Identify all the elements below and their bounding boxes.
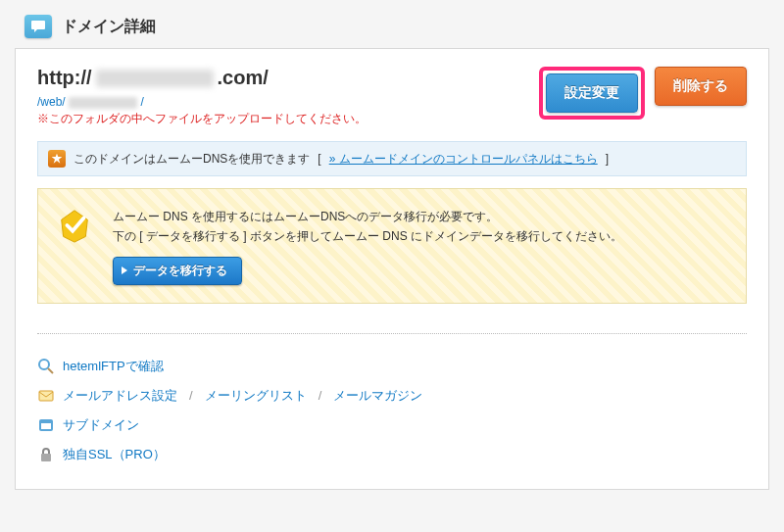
domain-detail-panel: http:// .com/ /web/ / ※このフォルダの中へファイルをアップ… [15,48,769,490]
dns-link-prefix: [ [318,152,320,166]
svg-rect-5 [41,423,51,429]
url-suffix: .com/ [218,67,269,89]
mailing-list-link[interactable]: メーリングリスト [205,387,307,405]
web-path-prefix: /web/ [37,95,66,109]
dns-link-suffix: ] [606,152,609,166]
web-path-suffix: / [140,95,143,109]
migrate-text: ムームー DNS を使用するにはムームーDNSへのデータ移行が必要です。 下の … [113,207,622,285]
ssl-link[interactable]: 独自SSL（PRO） [63,446,166,463]
migrate-box: ムームー DNS を使用するにはムームーDNSへのデータ移行が必要です。 下の … [37,188,747,304]
redacted-domain [96,70,214,87]
redacted-path [69,97,137,109]
migrate-button-label: データを移行する [133,263,227,279]
separator: / [189,388,193,403]
speech-bubble-icon [24,15,52,38]
list-item: サブドメイン [37,411,747,440]
heteml-ftp-link[interactable]: hetemlFTPで確認 [63,358,164,375]
delete-button[interactable]: 削除する [655,67,747,106]
list-item: 独自SSL（PRO） [37,440,747,469]
svg-line-2 [48,368,53,373]
envelope-icon [37,387,55,405]
highlight-frame: 設定変更 [539,67,645,120]
list-item: hetemlFTPで確認 [37,352,747,381]
mail-magazine-link[interactable]: メールマガジン [333,387,422,405]
star-icon [48,150,66,168]
subdomain-link[interactable]: サブドメイン [63,416,139,434]
change-settings-button[interactable]: 設定変更 [546,73,638,113]
separator: / [318,388,322,403]
dns-info-bar: このドメインはムームーDNSを使用できます [ » ムームードメインのコントロー… [37,141,747,176]
lock-icon [37,446,55,463]
links-list: hetemlFTPで確認 メールアドレス設定 / メーリングリスト / メールマ… [37,352,747,469]
page-title: ドメイン詳細 [62,17,156,37]
list-item: メールアドレス設定 / メーリングリスト / メールマガジン [37,381,747,411]
svg-rect-6 [41,454,51,461]
divider [37,333,747,334]
web-path: /web/ / [37,95,539,109]
page-header: ドメイン詳細 [10,10,774,48]
svg-rect-3 [39,391,53,401]
mail-address-link[interactable]: メールアドレス設定 [63,387,177,405]
play-icon [122,266,127,274]
upload-note: ※このフォルダの中へファイルをアップロードしてください。 [37,111,539,127]
domain-url: http:// .com/ [37,67,539,89]
magnifier-icon [37,358,55,375]
svg-marker-0 [52,154,63,164]
top-row: http:// .com/ /web/ / ※このフォルダの中へファイルをアップ… [37,67,747,127]
migrate-line1: ムームー DNS を使用するにはムームーDNSへのデータ移行が必要です。 [113,207,622,226]
dns-bar-text: このドメインはムームーDNSを使用できます [74,151,310,168]
domain-block: http:// .com/ /web/ / ※このフォルダの中へファイルをアップ… [37,67,539,127]
migrate-data-button[interactable]: データを移行する [113,257,242,285]
window-icon [37,416,55,434]
action-buttons: 設定変更 削除する [539,67,747,120]
muumuu-control-panel-link[interactable]: » ムームードメインのコントロールパネルはこちら [329,151,598,168]
url-prefix: http:// [37,67,92,89]
migrate-line2: 下の [ データを移行する ] ボタンを押してムームー DNS にドメインデータ… [113,226,622,246]
checkmark-badge-icon [56,207,93,244]
svg-point-1 [39,360,49,369]
